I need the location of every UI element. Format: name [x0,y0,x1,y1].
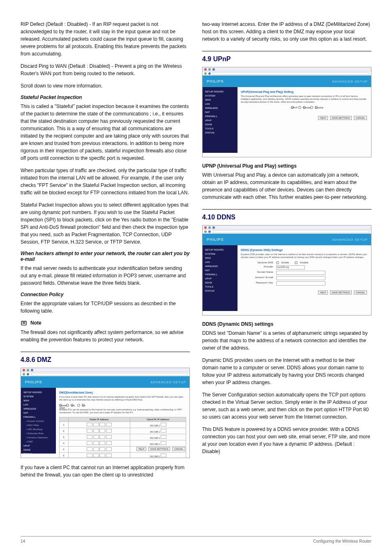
divider-upnp [202,51,371,51]
p-discard-ping: Discard Ping to WAN (Default : Disabled)… [21,62,190,77]
ss-advset: ADVANCED SETUP [224,238,371,242]
p-ddns-1: DDNS text "Domain Name" is a series of a… [202,329,371,352]
note-icon [21,320,27,326]
ss-ddns-heading: DDNS (Dynamic DNS) Settings [241,249,368,251]
ss-nav-upnp[interactable]: SETUP WIZARDSYSTEMWANLANWIRELESSNATFIREW… [203,87,238,153]
p-spi-2: When particular types of traffic are che… [21,167,190,196]
footer-page-number: 14 [21,539,25,543]
account-input[interactable] [276,276,325,280]
btn-cancel[interactable]: CANCEL [354,116,367,120]
btn-help[interactable]: HELP [318,290,328,295]
btn-help[interactable]: HELP [136,447,146,451]
p-spi-1: This is called a "Stateful" packet inspe… [21,103,190,162]
p-note: The firewall does not significantly affe… [21,329,190,343]
btn-cancel[interactable]: CANCEL [354,290,367,295]
heading-ddns-settings: DDNS (Dynamic DNS) settings [202,321,371,327]
p-connection-policy: Enter the appropriate values for TCP/UDP… [21,300,190,315]
ss-brand: PHILIPS [207,79,224,83]
provider-select[interactable]: DynDNS.org [276,265,305,269]
ss-nav-dmz[interactable]: SETUP WIZARDSYSTEMWANLANWIRELESSNATFIREW… [21,388,56,454]
p-hacker: If the mail server needs to authenticate… [21,265,190,287]
p-upnp: With Universal Plug and Play, a device c… [202,171,371,201]
ss-nav-ddns[interactable]: SETUP WIZARDSYSTEMWANLANWIRELESSNATFIREW… [203,245,238,311]
btn-save[interactable]: SAVE SETTINGS [330,116,352,120]
p-dmz: If you have a client PC that cannot run … [21,464,190,479]
ss-advset: ADVANCED SETUP [224,80,371,83]
p-spi-3: Stateful Packet Inspection allows you to… [21,201,190,246]
p-rip-defect: RIP Defect (Default : Disabled) - If an … [21,21,190,58]
note-block: Note [21,320,190,326]
radio-no[interactable] [77,404,80,407]
section-title-dmz: 4.8.6 DMZ [21,356,190,364]
footer-label: Configuring the Wireless Router [313,539,371,543]
ss-dmz-table: Public IP AddressClient PC IP Address 1.… [59,417,186,458]
section-title-ddns: 4.10 DDNS [202,214,371,221]
ss-upnp-desc: The Universal Plug and Play architecture… [241,95,368,104]
heading-hacker-alert: When hackers attempt to enter your netwo… [21,251,190,262]
btn-help[interactable]: HELP [318,116,328,120]
heading-upnp-settings: UPNP (Universal Plug and Play) settings [202,163,371,169]
ss-dmz-enable-label: Enable DMZ: [59,404,62,407]
note-label: Note [30,320,42,326]
p-dmz-cont: two-way Internet access. Enter the IP ad… [202,21,371,43]
screenshot-dmz: PHILIPSADVANCED SETUP SETUP WIZARDSYSTEM… [21,368,190,458]
screenshot-ddns: PHILIPSADVANCED SETUP SETUP WIZARDSYSTEM… [202,225,371,315]
ss-dmz-desc2: Multiple PCs can be exposed to the Inter… [59,408,186,414]
ss-brand: PHILIPS [207,237,224,242]
ss-upnp-heading: UPnP(Universal Plug and Play) Setting [241,90,368,93]
p-ddns-2: Dynamic DNS provides users on the Intern… [202,357,371,386]
ss-dmz-desc1: If you have a local client PC that canno… [59,396,186,401]
btn-save[interactable]: SAVE SETTINGS [148,447,170,451]
page-footer: 14 Configuring the Wireless Router [21,536,371,543]
heading-connection-policy: Connection Policy [21,292,190,297]
radio-ddns-enable[interactable] [276,261,279,264]
ss-dmz-heading: DMZ(Demilitarized Zone) [59,391,186,394]
ss-advset: ADVANCED SETUP [42,380,189,384]
domain-input[interactable] [276,271,325,275]
password-input[interactable] [276,281,325,286]
ss-upnp-label: UPnP: [291,106,294,109]
heading-spi: Stateful Packet Inspection [21,94,190,100]
p-ddns-3: The Server Configuration section automat… [202,391,371,421]
ss-ddns-desc: Dynamic DNS provides users on the Intern… [241,253,368,259]
svg-rect-0 [21,321,26,325]
divider-dmz [21,352,190,352]
section-title-upnp: 4.9 UPnP [202,55,371,63]
radio-ddns-disable[interactable] [295,261,297,264]
divider-ddns [202,209,371,210]
radio-enable[interactable] [298,106,301,109]
p-scroll-down: Scroll down to view more information. [21,82,190,90]
btn-save[interactable]: SAVE SETTINGS [330,290,352,295]
screenshot-upnp: PHILIPSADVANCED SETUP SETUP WIZARDSYSTEM… [202,67,371,157]
p-ddns-4: This DNS feature is powered by a DDNS se… [202,426,371,455]
ss-brand: PHILIPS [25,380,42,384]
btn-cancel[interactable]: CANCEL [172,447,185,451]
radio-yes[interactable] [66,404,69,407]
radio-disable[interactable] [310,106,313,109]
